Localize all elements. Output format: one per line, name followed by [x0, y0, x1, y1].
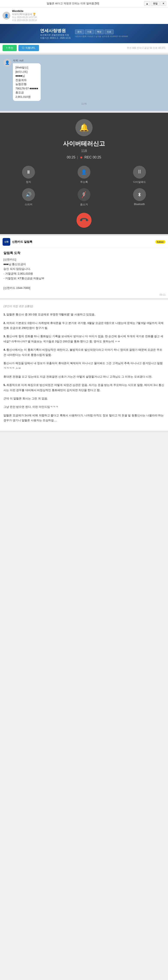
contacts-btn[interactable]: 👤 주소록 [78, 166, 90, 184]
kakao-badge: kakao [155, 240, 165, 243]
paragraph-7: 5. 최종적으로 이게 해킹으로 방신되었건 어떻게 되었건 상관은 없음. 자… [3, 383, 165, 393]
paragraph-5: 통신사가 해킹을 당해서 내 정보가 유출되어 휴대폰이 복제되어 아니냐고 물… [3, 361, 165, 371]
post-username: Westkite [12, 10, 165, 13]
call-name: 사이버테러신고 [63, 140, 105, 148]
chat-time: 11:05 [3, 103, 165, 105]
speaker-label: 스피커 [25, 203, 32, 206]
bluetooth-btn[interactable]: Bluetooth [133, 188, 146, 206]
dialpad-label: 다이알패드 [133, 180, 146, 184]
pause-label: 정지 [26, 180, 31, 184]
call-time-display: 00:25 [67, 156, 75, 159]
chat-section: 👤 제목: null [Web발신] [kt이나트] ■■■■님 전용계좌 농협… [0, 54, 168, 113]
paragraph-10: 알뜰폰 요금제가 3사에 비해 저렴하고 좋다고 혹해서 사용하다가, 나처럼 … [3, 413, 165, 423]
chat-line-6: 790176-57-■■■■■ [15, 86, 38, 91]
kakao-content: [신한카드] ■■■님 통신요금이 승인 되지 않았습니다. - 거절금액: 2… [3, 257, 165, 290]
pause-icon: ⏸ [22, 166, 35, 178]
chat-line-2: [kt이나트] [15, 70, 38, 74]
banner-close-btn[interactable]: ✕ [160, 1, 166, 6]
mute-label: 음소거 [80, 203, 88, 206]
hospital-sub1: 보건복지부 관절전문병원 지정 [40, 33, 71, 37]
chat-bubble: [Web발신] [kt이나트] ■■■■님 전용계좌 농협은행 790176-5… [13, 63, 41, 101]
chat-content: 제목: null [Web발신] [kt이나트] ■■■■님 전용계좌 농협은행… [13, 59, 165, 101]
paragraph-6: 휴대폰 전원을 꼬고 있는데도 지금 전화걸면 신호가 가는건 어떻게 설명할거… [3, 374, 165, 379]
contacts-icon: 👤 [78, 166, 90, 178]
banner-controls: ▲ 맨밑 ✕ [144, 1, 166, 6]
shinhan-logo: 신한 [3, 238, 10, 246]
hospital-btn-3[interactable]: 특장 [95, 30, 104, 34]
hospital-name: 연세사랑병원 [40, 28, 71, 33]
post-stats: 추천 886 반대 2 글급 50 조회 48,371 [127, 46, 165, 49]
kakao-header-label: 신한카드 알림톡 [12, 240, 154, 244]
recommend-btn[interactable]: + 추천 [3, 45, 17, 51]
chat-line-8: 2,901,010원 [15, 95, 38, 99]
hospital-ad-info: 대한의사협회 의료광고 심의필 심의번호 제190027-유-005680 [75, 35, 128, 38]
top-banner: 알뜰폰 싸다고 막썼면 안되는 이유 알려줌 [50] ▲ 맨밑 ✕ [0, 0, 168, 7]
chat-line-5: 농협은행 [15, 82, 38, 86]
hospital-ad-banner: 연세사랑병원 보건복지부 관절전문병원 지정 지원기간: 2018.1.1 - … [0, 24, 168, 43]
rec-time: REC 00:25 [85, 156, 101, 159]
phone-call-ui: 🔔 사이버테러신고 118 00:25 | ⏺ REC 00:25 ⏸ 정지 👤… [0, 113, 168, 236]
kakao-line-4: - 거절금액: 2,901,010원 [3, 271, 165, 276]
speaker-btn[interactable]: 🔊 스피커 [22, 188, 35, 206]
kakao-body: 알림톡 도착 [신한카드] ■■■님 통신요금이 승인 되지 않았습니다. - … [0, 248, 168, 293]
post-date-edited: 이졌 2020-08-26 15:28:14 [12, 19, 165, 22]
kakao-line-6: [신한카드 1544-7000] [3, 286, 165, 290]
dialpad-btn[interactable]: ⠿ 다이알패드 [133, 166, 146, 184]
bluetooth-icon [133, 188, 146, 201]
post-card: 👤 Westkite 아보티/목지/글감세 🏆 작성 2020-08-26 14… [0, 7, 168, 54]
post-actions: + 추천 ◎ 직통URL 추천 886 반대 2 글급 50 조회 48,371 [0, 43, 168, 53]
post-header: 👤 Westkite 아보티/목지/글감세 🏆 작성 2020-08-26 14… [0, 7, 168, 24]
chat-line-7: 총요금 [15, 91, 38, 95]
call-buttons-bottom: 🔊 스피커 🎙 ╱ 음소거 Bluetooth [4, 188, 164, 206]
hospital-btn-2[interactable]: 이용 [85, 30, 94, 34]
mute-icon: 🎙 ╱ [78, 188, 90, 201]
pause-btn[interactable]: ⏸ 정지 [22, 166, 35, 184]
link-btn[interactable]: ◎ 직통URL [18, 45, 39, 51]
chat-line-1: [Web발신] [15, 65, 38, 70]
end-call-icon: 📞 [79, 215, 89, 225]
avatar: 👤 [3, 12, 10, 19]
bluetooth-label: Bluetooth [134, 203, 145, 206]
dialpad-icon: ⠿ [133, 166, 146, 178]
call-buttons-top: ⏸ 정지 👤 주소록 ⠿ 다이알패드 [4, 166, 164, 184]
hospital-ad-content: 연세사랑병원 보건복지부 관절전문병원 지정 지원기간: 2018.1.1 - … [40, 28, 71, 40]
banner-up-btn[interactable]: ▲ [144, 1, 150, 6]
hospital-btn-1[interactable]: 문의 [75, 30, 84, 34]
call-timer: 00:25 | ⏺ REC 00:25 [67, 156, 101, 159]
call-avatar: 🔔 [75, 119, 93, 136]
contacts-label: 주소록 [80, 180, 88, 184]
hospital-btn-4[interactable]: 진료 [104, 30, 114, 34]
chat-avatar: 👤 [3, 59, 11, 67]
banner-text: 알뜰폰 싸다고 막썼면 안되는 이유 알려줌 [50] [2, 2, 144, 5]
kakao-time: 09:11 [0, 293, 168, 298]
paragraph-3: 3. 통신사에 항의 전화를 하니 통화발신 기록을 보내줘서 받아보니 더 어… [3, 334, 165, 344]
post-category: 아보티/목지/글감세 🏆 [12, 13, 165, 16]
kakao-header: 신한 신한카드 알림톡 kakao [0, 236, 168, 248]
mute-btn[interactable]: 🎙 ╱ 음소거 [78, 188, 90, 206]
end-call-btn[interactable]: 📞 [77, 213, 91, 228]
kakao-card: 신한 신한카드 알림톡 kakao 알림톡 도착 [신한카드] ■■■님 통신요… [0, 236, 168, 300]
situation-label: (본인이 직접 겪은 상황임) [3, 304, 165, 309]
chat-line-4: 전용계좌 [15, 78, 38, 82]
kakao-line-2: ■■■님 통신요금이 [3, 262, 165, 267]
post-meta: Westkite 아보티/목지/글감세 🏆 작성 2020-08-26 14:5… [12, 10, 165, 22]
paragraph-9: 그냥 돈만 받으면 된다. 이런 마인드임ㅋㅋㅋ [3, 404, 165, 409]
paragraph-8: 근데 이 알뜰폰 회사는 그런 게 없음. [3, 396, 165, 401]
banner-menu-btn[interactable]: 맨밑 [151, 1, 160, 6]
kakao-line-1: [신한카드] [3, 257, 165, 262]
call-number: 118 [81, 149, 87, 153]
kakao-line-3: 승인 되지 않았습니다. [3, 267, 165, 271]
kakao-title: 알림톡 도착 [3, 251, 165, 255]
paragraph-1: 1. 알뜰폰 통신사 중 3G 0원 요금제로 유명한 '0헬레콤' 을 사용하… [3, 312, 165, 317]
hospital-sub2: 지원기간: 2018.1.1 - 2020.12.31 [40, 37, 71, 40]
paragraph-4: 4. 통신사에서는 이 통화기록이 비정상적인 패턴이고, 불법적으로 발신되었… [3, 347, 165, 357]
hospital-ad-buttons: 문의 이용 특장 진료 대한의사협회 의료광고 심의필 심의번호 제190027… [75, 30, 128, 38]
chat-sender-name: 제목: null [13, 59, 165, 62]
rec-indicator: ⏺ [80, 156, 83, 159]
paragraph-2: 2. 어차피 기본료도 0원이니 자취방에 휴대폰을 두고 본가로 귀가함. 6… [3, 321, 165, 331]
post-date-written: 작성 2020-08-26 14:57:54 [12, 16, 165, 19]
long-text-section: (본인이 직접 겪은 상황임) 1. 알뜰폰 통신사 중 3G 0원 요금제로 … [0, 300, 168, 433]
chat-message: 👤 제목: null [Web발신] [kt이나트] ■■■■님 전용계좌 농협… [3, 59, 165, 101]
speaker-icon: 🔊 [22, 188, 35, 201]
kakao-line-5: - 거절정보: KT통신금금 자동납부 [3, 276, 165, 281]
